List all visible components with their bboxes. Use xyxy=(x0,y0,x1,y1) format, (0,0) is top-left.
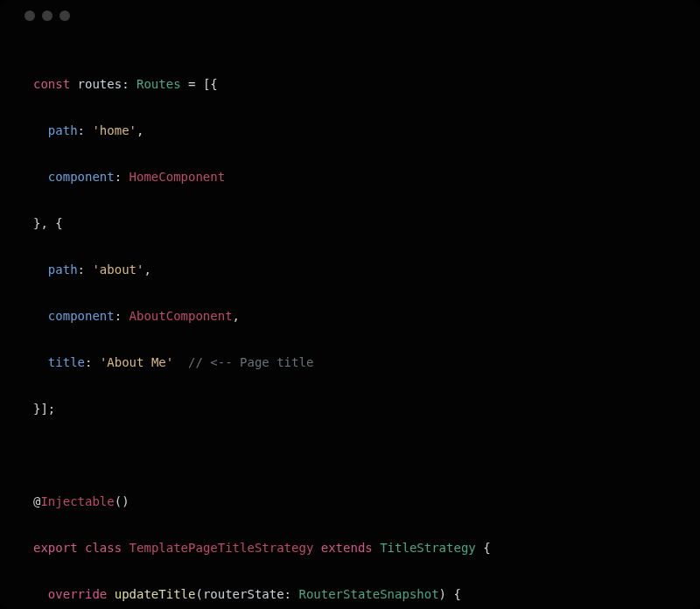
code-line: }, { xyxy=(33,212,667,235)
code-line: component: HomeComponent xyxy=(33,165,667,189)
code-editor[interactable]: const routes: Routes = [{ path: 'home', … xyxy=(0,30,700,609)
code-line: @Injectable() xyxy=(33,490,667,514)
window-minimize-dot[interactable] xyxy=(42,10,52,21)
code-line: title: 'About Me' // <-- Page title xyxy=(33,351,667,374)
window-titlebar xyxy=(0,10,700,30)
code-window: const routes: Routes = [{ path: 'home', … xyxy=(0,0,700,609)
window-close-dot[interactable] xyxy=(24,10,35,21)
code-line: }]; xyxy=(33,397,667,421)
window-zoom-dot[interactable] xyxy=(60,10,70,21)
code-line: const routes: Routes = [{ xyxy=(33,73,667,96)
code-line xyxy=(33,444,667,467)
code-line: path: 'home', xyxy=(33,119,667,143)
code-line: component: AboutComponent, xyxy=(33,304,667,328)
code-line: override updateTitle(routerState: Router… xyxy=(33,583,667,606)
code-line: path: 'about', xyxy=(33,258,667,282)
code-line: export class TemplatePageTitleStrategy e… xyxy=(33,536,667,560)
